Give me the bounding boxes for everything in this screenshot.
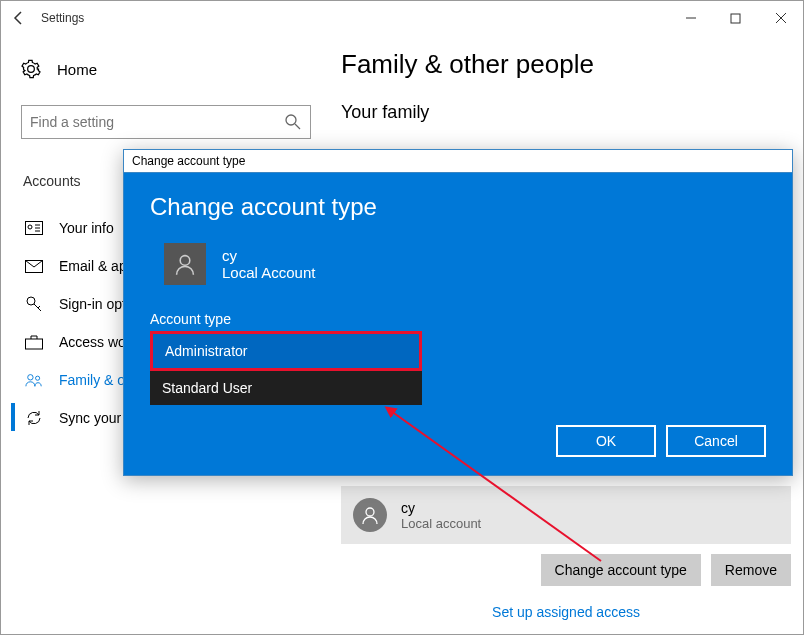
section-title: Your family bbox=[341, 102, 781, 123]
key-icon bbox=[25, 295, 43, 313]
nav-label: Your info bbox=[59, 220, 114, 236]
svg-rect-13 bbox=[26, 339, 43, 349]
account-type-dropdown[interactable]: Administrator Standard User bbox=[150, 331, 422, 405]
account-type-label: Account type bbox=[150, 311, 766, 327]
change-account-type-button[interactable]: Change account type bbox=[541, 554, 701, 586]
setup-assigned-access-link[interactable]: Set up assigned access bbox=[341, 604, 791, 620]
svg-point-16 bbox=[366, 508, 374, 516]
close-button[interactable] bbox=[758, 3, 803, 33]
avatar bbox=[164, 243, 206, 285]
svg-line-11 bbox=[34, 304, 41, 311]
cancel-button[interactable]: Cancel bbox=[666, 425, 766, 457]
search-input[interactable] bbox=[30, 114, 284, 130]
briefcase-icon bbox=[25, 333, 43, 351]
dialog-user: cy Local Account bbox=[164, 243, 766, 285]
svg-point-2 bbox=[286, 115, 296, 125]
window-title: Settings bbox=[41, 11, 84, 25]
search-box[interactable] bbox=[21, 105, 311, 139]
user-name: cy bbox=[401, 500, 481, 516]
dialog-heading: Change account type bbox=[150, 193, 766, 221]
dropdown-option-administrator[interactable]: Administrator bbox=[150, 331, 422, 371]
user-card[interactable]: cy Local account bbox=[341, 486, 791, 544]
content-area: Family & other people Your family bbox=[341, 49, 781, 123]
change-account-type-dialog: Change account type Change account type … bbox=[123, 149, 793, 476]
nav-active-indicator bbox=[11, 403, 15, 431]
dialog-user-name: cy bbox=[222, 247, 315, 264]
people-icon bbox=[25, 371, 43, 389]
svg-point-15 bbox=[36, 376, 40, 380]
page-title: Family & other people bbox=[341, 49, 781, 80]
search-icon bbox=[284, 113, 302, 131]
svg-point-17 bbox=[180, 256, 190, 266]
remove-button[interactable]: Remove bbox=[711, 554, 791, 586]
svg-point-14 bbox=[28, 375, 33, 380]
svg-rect-1 bbox=[731, 14, 740, 23]
maximize-button[interactable] bbox=[713, 3, 758, 33]
mail-icon bbox=[25, 257, 43, 275]
home-nav[interactable]: Home bbox=[21, 59, 311, 79]
dropdown-option-standard[interactable]: Standard User bbox=[150, 371, 422, 405]
svg-point-10 bbox=[27, 297, 35, 305]
ok-button[interactable]: OK bbox=[556, 425, 656, 457]
svg-point-5 bbox=[28, 225, 32, 229]
window-titlebar: Settings bbox=[1, 1, 803, 35]
id-card-icon bbox=[25, 219, 43, 237]
home-label: Home bbox=[57, 61, 97, 78]
user-sub: Local account bbox=[401, 516, 481, 531]
minimize-button[interactable] bbox=[668, 3, 713, 33]
back-button[interactable] bbox=[11, 10, 41, 26]
avatar bbox=[353, 498, 387, 532]
svg-line-12 bbox=[38, 306, 40, 308]
svg-line-3 bbox=[295, 124, 300, 129]
dialog-title: Change account type bbox=[124, 150, 792, 173]
gear-icon bbox=[21, 59, 41, 79]
dialog-user-sub: Local Account bbox=[222, 264, 315, 281]
sync-icon bbox=[25, 409, 43, 427]
